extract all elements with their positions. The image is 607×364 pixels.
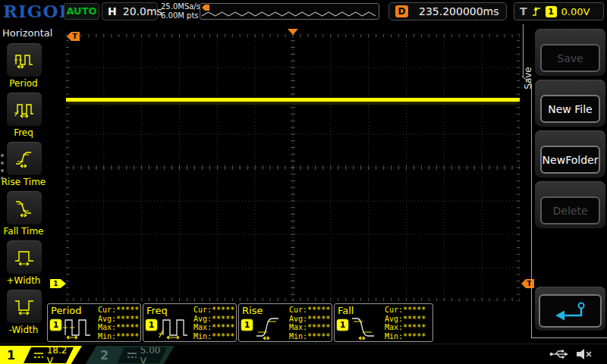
softkey-slot-3: NewFolder: [535, 130, 605, 177]
fall-time-icon: [14, 199, 34, 217]
delay-readout: D 235.200000ms: [388, 2, 507, 20]
delay-badge: D: [395, 5, 408, 17]
sidebar-item-fall-time[interactable]: [6, 190, 42, 225]
measure-stats: Cur:***** Avg:***** Max:***** Min:*****: [385, 306, 426, 340]
sidebar-item-freq[interactable]: [6, 92, 42, 127]
menu-border-bottom: [531, 337, 607, 338]
back-arrow-icon: [551, 300, 590, 322]
softkey-slot-2: New File: [535, 80, 605, 127]
measure-source-badge: 1: [241, 319, 253, 331]
dc-coupling-icon: [127, 352, 137, 359]
speaker-muted-icon[interactable]: [575, 348, 593, 360]
menu-scroll-indicator: [1, 149, 4, 184]
period-wave-icon: [63, 314, 95, 340]
memory-depth: 6.00M pts: [161, 11, 200, 20]
plus-width-icon: [14, 248, 34, 266]
run-status-badge: AUTO: [64, 3, 99, 20]
save-button[interactable]: Save: [540, 44, 600, 72]
softkey-slot-1: Save: [535, 29, 605, 76]
minus-width-icon: [14, 297, 34, 315]
sidebar-item-plus-width-label: +Width: [0, 275, 47, 286]
menu-border-left: [531, 83, 532, 337]
rise-wave-icon: [254, 314, 286, 340]
softkey-slot-back: [535, 287, 605, 331]
h-label: H: [108, 5, 117, 17]
channel2-scale-readout: 5.00 V: [117, 347, 167, 363]
channel2-indicator[interactable]: 2 5.00 V: [85, 346, 175, 364]
measure-panel-period[interactable]: Period 1 Cur:***** Avg:***** Max:***** M…: [47, 303, 141, 342]
measure-panel-fall[interactable]: Fall 1 Cur:***** Avg:***** Max:***** Min…: [334, 303, 433, 342]
sidebar-item-fall-time-label: Fall Time: [0, 226, 47, 237]
new-file-button[interactable]: New File: [540, 95, 600, 123]
channel2-scale-value: 5.00 V: [140, 345, 167, 364]
oscilloscope-screen: RIGOL AUTO H 20.0ms 25.0MSa/s 6.00M pts …: [0, 0, 607, 364]
channel1-scale-value: 18.2 V: [47, 345, 74, 364]
delay-value: 235.200000ms: [419, 5, 499, 17]
trigger-position-marker-icon[interactable]: [288, 29, 298, 35]
measure-source-badge: 1: [146, 319, 157, 331]
trigger-source-badge: 1: [546, 6, 557, 17]
sidebar-item-rise-time[interactable]: [6, 141, 42, 176]
measure-source-badge: 1: [337, 319, 348, 331]
sidebar-item-minus-width[interactable]: [6, 289, 42, 324]
channel1-trace: [66, 98, 520, 102]
trigger-readout: T 1 0.00V: [514, 2, 604, 20]
dc-coupling-icon: [33, 352, 43, 359]
timebase-value: 20.0ms: [123, 5, 162, 17]
sidebar-item-period[interactable]: [6, 42, 42, 77]
measure-stats: Cur:***** Avg:***** Max:***** Min:*****: [98, 306, 139, 340]
rising-edge-icon: [532, 5, 541, 17]
usb-icon: [549, 349, 569, 359]
waveform-preview[interactable]: [200, 3, 379, 20]
graticule: [66, 34, 520, 301]
measure-stats: Cur:***** Avg:***** Max:***** Min:*****: [193, 306, 234, 340]
channel1-scale-readout: 18.2 V: [24, 347, 74, 363]
rigol-logo: RIGOL: [3, 1, 72, 21]
menu-tab-save: Save: [523, 67, 533, 89]
left-menu-title: Horizontal: [2, 27, 52, 39]
trigger-level-marker[interactable]: T: [521, 279, 534, 288]
trigger-label: T: [520, 5, 527, 17]
channel2-number: 2: [100, 348, 109, 362]
system-status-icons: [549, 348, 593, 360]
delete-button[interactable]: Delete: [540, 196, 600, 224]
acquisition-readout: 25.0MSa/s 6.00M pts: [161, 2, 200, 20]
fall-wave-icon: [350, 314, 382, 340]
horizontal-timebase-readout: H 20.0ms: [102, 2, 158, 20]
new-folder-button[interactable]: NewFolder: [540, 146, 600, 174]
sidebar-item-minus-width-label: -Width: [0, 325, 47, 335]
measure-panel-freq[interactable]: Freq 1 Cur:***** Avg:***** Max:***** Min…: [143, 303, 237, 342]
preview-waveform-icon: [200, 4, 379, 19]
grid-lines: [66, 34, 520, 301]
softkey-slot-4: Delete: [535, 181, 605, 228]
measure-stats: Cur:***** Avg:***** Max:***** Min:*****: [289, 306, 330, 340]
sidebar-item-period-label: Period: [0, 78, 47, 89]
sidebar-item-freq-label: Freq: [0, 127, 47, 138]
channel1-indicator[interactable]: 1 18.2 V: [0, 346, 82, 364]
measure-source-badge: 1: [50, 319, 61, 331]
back-button[interactable]: [539, 294, 602, 328]
sidebar-item-rise-time-label: Rise Time: [0, 177, 47, 187]
sample-rate: 25.0MSa/s: [161, 2, 200, 11]
measure-panel-rise[interactable]: Rise 1 Cur:***** Avg:***** Max:***** Min…: [238, 303, 332, 342]
channel1-number: 1: [7, 348, 15, 362]
freq-wave-icon: [159, 314, 190, 340]
rise-time-icon: [14, 149, 34, 168]
period-icon: [14, 51, 34, 69]
channel1-offset-marker[interactable]: 1: [50, 279, 66, 288]
freq-icon: [14, 100, 34, 118]
trigger-level-value: 0.00V: [561, 6, 590, 17]
channel-status-bar: 1 18.2 V 2 5.00 V: [0, 344, 607, 364]
sidebar-item-plus-width[interactable]: [6, 240, 42, 275]
top-status-bar: RIGOL AUTO H 20.0ms 25.0MSa/s 6.00M pts …: [0, 0, 607, 24]
